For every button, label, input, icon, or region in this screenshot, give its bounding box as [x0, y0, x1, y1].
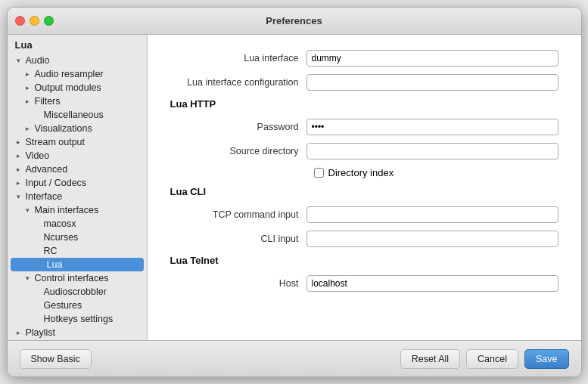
sidebar-label-interface: Interface	[24, 191, 147, 202]
arrow-audio: ▾	[14, 57, 24, 64]
cli-input-field[interactable]	[306, 231, 558, 247]
directory-index-row: Directory index	[314, 167, 558, 178]
password-label: Password	[170, 122, 306, 132]
maximize-button[interactable]	[44, 16, 54, 26]
sidebar-section-header: Lua	[8, 35, 147, 54]
arrow-interface: ▾	[14, 193, 24, 200]
show-basic-button[interactable]: Show Basic	[20, 349, 92, 369]
sidebar-label-misc: Miscellaneous	[42, 110, 147, 120]
sidebar-item-main-interfaces[interactable]: ▾ Main interfaces	[8, 203, 147, 217]
sidebar-label-filters: Filters	[33, 96, 147, 107]
lua-interface-label: Lua interface	[170, 53, 306, 63]
arrow-video: ▸	[14, 152, 24, 159]
sidebar-scroll[interactable]: ▾ Audio ▸ Audio resampler ▸ Output modul…	[8, 54, 147, 340]
sidebar-item-audio-resampler[interactable]: ▸ Audio resampler	[8, 67, 147, 81]
sidebar-label-audio: Audio	[24, 55, 147, 66]
source-directory-input[interactable]	[306, 143, 558, 159]
sidebar-item-lua[interactable]: Lua	[11, 258, 144, 271]
sidebar-item-hotkeys[interactable]: Hotkeys settings	[8, 312, 147, 326]
host-input[interactable]	[306, 275, 558, 292]
sidebar-label-ncurses: Ncurses	[42, 232, 147, 243]
host-label: Host	[170, 278, 306, 289]
sidebar-label-stream: Stream output	[24, 137, 147, 147]
lua-interface-row: Lua interface	[170, 50, 558, 67]
sidebar-label-hotkeys: Hotkeys settings	[42, 314, 147, 324]
sidebar-label-advanced: Advanced	[24, 164, 147, 175]
footer-left: Show Basic	[20, 349, 400, 369]
sidebar-item-input-codecs[interactable]: ▸ Input / Codecs	[8, 176, 147, 190]
content-area: Lua ▾ Audio ▸ Audio resampler ▸ Output m…	[8, 35, 581, 340]
footer: Show Basic Reset All Cancel Save	[8, 340, 581, 376]
arrow-control-interfaces: ▾	[23, 274, 33, 282]
sidebar-label-main-interfaces: Main interfaces	[33, 205, 147, 215]
password-input[interactable]	[306, 119, 558, 135]
sidebar-label-audio-resampler: Audio resampler	[33, 69, 147, 79]
minimize-button[interactable]	[30, 16, 39, 26]
lua-http-title: Lua HTTP	[170, 98, 558, 110]
sidebar-item-ncurses[interactable]: Ncurses	[8, 231, 147, 244]
sidebar-item-advanced[interactable]: ▸ Advanced	[8, 163, 147, 176]
sidebar-label-output-modules: Output modules	[33, 82, 147, 93]
sidebar-item-audio[interactable]: ▾ Audio	[8, 54, 147, 67]
window-controls	[15, 16, 54, 26]
sidebar-item-miscellaneous[interactable]: Miscellaneous	[8, 108, 147, 122]
lua-telnet-title: Lua Telnet	[170, 255, 558, 266]
arrow-main-interfaces: ▾	[23, 206, 33, 214]
footer-right: Reset All Cancel Save	[400, 349, 569, 369]
sidebar-item-gestures[interactable]: Gestures	[8, 299, 147, 312]
window-title: Preferences	[266, 15, 322, 26]
sidebar-item-audioscrobbler[interactable]: Audioscrobbler	[8, 285, 147, 299]
lua-interface-config-input[interactable]	[306, 74, 558, 91]
sidebar-item-visualizations[interactable]: ▸ Visualizations	[8, 122, 147, 135]
cli-input-row: CLI input	[170, 231, 558, 247]
lua-interface-config-row: Lua interface configuration	[170, 74, 558, 91]
source-directory-row: Source directory	[170, 143, 558, 159]
sidebar-label-rc: RC	[42, 246, 147, 256]
save-button[interactable]: Save	[524, 349, 569, 369]
tcp-command-input[interactable]	[306, 206, 558, 223]
arrow-stream: ▸	[14, 138, 24, 146]
sidebar-label-control-interfaces: Control interfaces	[33, 273, 147, 283]
sidebar-label-gestures: Gestures	[42, 300, 147, 311]
arrow-advanced: ▸	[14, 166, 24, 173]
sidebar-label-playlist: Playlist	[24, 327, 147, 338]
arrow-audio-resampler: ▸	[23, 70, 33, 78]
arrow-viz: ▸	[23, 125, 33, 132]
arrow-playlist: ▸	[14, 329, 24, 336]
lua-interface-input[interactable]	[306, 50, 558, 67]
sidebar-label-viz: Visualizations	[33, 123, 147, 134]
arrow-filters: ▸	[23, 98, 33, 105]
host-row: Host	[170, 275, 558, 292]
main-panel: Lua interface Lua interface configuratio…	[148, 35, 581, 340]
reset-all-button[interactable]: Reset All	[400, 349, 460, 369]
sidebar-item-output-modules[interactable]: ▸ Output modules	[8, 81, 147, 94]
sidebar-item-interface[interactable]: ▾ Interface	[8, 190, 147, 203]
sidebar-label-lua: Lua	[45, 259, 144, 270]
close-button[interactable]	[15, 16, 25, 26]
password-row: Password	[170, 119, 558, 135]
directory-index-checkbox[interactable]	[314, 168, 324, 178]
arrow-input-codecs: ▸	[14, 179, 24, 187]
sidebar-label-macosx: macosx	[42, 218, 147, 229]
titlebar: Preferences	[8, 8, 581, 35]
sidebar-item-rc[interactable]: RC	[8, 244, 147, 258]
sidebar-label-input-codecs: Input / Codecs	[24, 178, 147, 188]
cancel-button[interactable]: Cancel	[466, 349, 518, 369]
sidebar-item-stream-output[interactable]: ▸ Stream output	[8, 135, 147, 149]
sidebar-item-control-interfaces[interactable]: ▾ Control interfaces	[8, 271, 147, 285]
lua-cli-title: Lua CLI	[170, 186, 558, 197]
lua-interface-config-label: Lua interface configuration	[170, 77, 306, 88]
tcp-command-row: TCP command input	[170, 206, 558, 223]
sidebar-label-audioscrobbler: Audioscrobbler	[42, 286, 147, 297]
cli-input-label: CLI input	[170, 234, 306, 244]
sidebar-item-playlist[interactable]: ▸ Playlist	[8, 326, 147, 339]
source-directory-label: Source directory	[170, 146, 306, 156]
sidebar: Lua ▾ Audio ▸ Audio resampler ▸ Output m…	[8, 35, 148, 340]
preferences-window: Preferences Lua ▾ Audio ▸ Audio resample…	[7, 7, 582, 377]
sidebar-item-video[interactable]: ▸ Video	[8, 149, 147, 163]
sidebar-item-filters[interactable]: ▸ Filters	[8, 94, 147, 108]
sidebar-label-video: Video	[24, 150, 147, 161]
sidebar-item-macosx[interactable]: macosx	[8, 217, 147, 231]
directory-index-label: Directory index	[328, 167, 394, 178]
arrow-output-modules: ▸	[23, 84, 33, 91]
